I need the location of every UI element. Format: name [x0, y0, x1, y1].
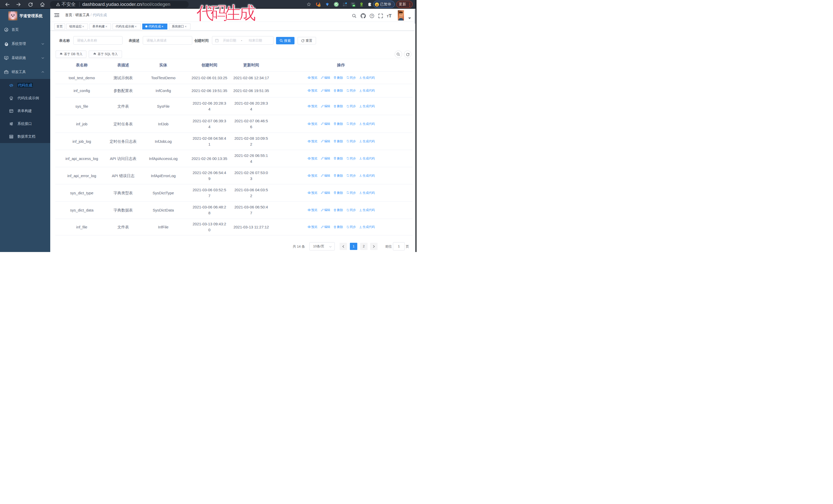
svg-text:1: 1 [318, 4, 320, 7]
svg-text:?: ? [371, 14, 373, 18]
svg-text:on: on [353, 5, 355, 6]
